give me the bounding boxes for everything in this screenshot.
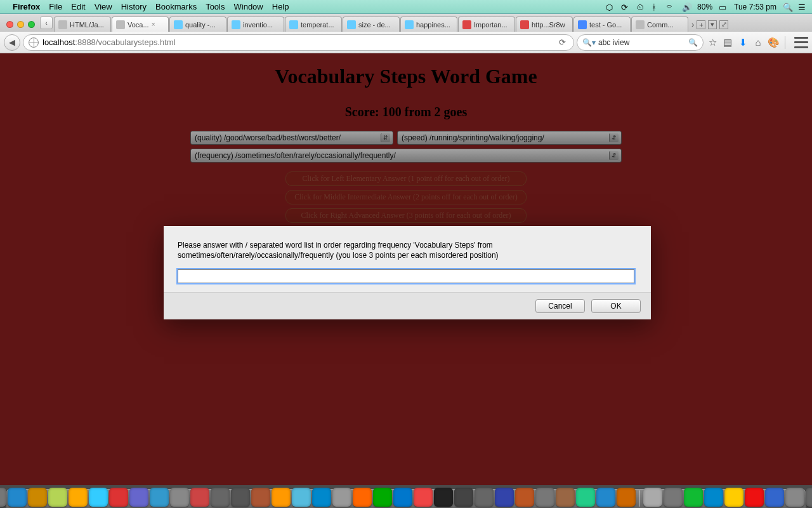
dock-app[interactable] [535, 488, 554, 507]
dock-app[interactable] [109, 488, 128, 507]
dock-app[interactable] [745, 488, 764, 507]
dock-app[interactable] [190, 488, 209, 507]
prompt-input[interactable] [178, 269, 634, 283]
menubar-app-name[interactable]: Firefox [13, 2, 40, 11]
dock-app[interactable] [8, 488, 27, 507]
browser-tab[interactable]: Comm... [631, 17, 688, 32]
menu-tools[interactable]: Tools [206, 2, 225, 11]
dock-app[interactable] [89, 488, 108, 507]
dock-app[interactable] [806, 488, 812, 507]
dock-app[interactable] [684, 488, 703, 507]
dock-app[interactable] [596, 488, 615, 507]
close-window-button[interactable] [6, 21, 13, 28]
tab-scroll-right-button[interactable]: › [691, 20, 694, 29]
dock-app[interactable] [48, 488, 67, 507]
dock-app[interactable] [0, 488, 6, 507]
dock-app[interactable] [170, 488, 189, 507]
spotlight-icon[interactable]: 🔍 [783, 3, 792, 11]
menubar-clock[interactable]: Tue 7:53 pm [734, 3, 776, 11]
dock-app[interactable] [150, 488, 169, 507]
dock-app[interactable] [251, 488, 270, 507]
bookmark-star-icon[interactable]: ☆ [706, 36, 719, 49]
menu-help[interactable]: Help [272, 2, 289, 11]
sync-icon[interactable]: ⟳ [621, 3, 630, 11]
new-tab-button[interactable]: + [697, 20, 705, 29]
browser-tab[interactable]: happines... [400, 17, 457, 32]
search-go-icon[interactable]: 🔍 [688, 38, 698, 47]
menu-window[interactable]: Window [234, 2, 263, 11]
dock-app[interactable] [434, 488, 453, 507]
home-icon[interactable]: ⌂ [752, 36, 764, 49]
dock-app[interactable] [724, 488, 743, 507]
reload-button[interactable]: ⟳ [556, 37, 568, 47]
browser-tab[interactable]: temperat... [285, 17, 342, 32]
dock-app[interactable] [495, 488, 514, 507]
timemachine-icon[interactable]: ⏲ [636, 3, 645, 11]
downloads-icon[interactable]: ⬇ [737, 36, 749, 49]
search-engine-icon[interactable]: 🔍▾ [582, 38, 596, 47]
dock-app[interactable] [373, 488, 392, 507]
reader-icon[interactable]: ▤ [721, 36, 734, 49]
dock-app[interactable] [414, 488, 433, 507]
browser-tab[interactable]: size - de... [343, 17, 400, 32]
minimize-window-button[interactable] [17, 21, 24, 28]
dock-app[interactable] [28, 488, 47, 507]
dock-app[interactable] [129, 488, 148, 507]
volume-icon[interactable]: 🔊 [682, 3, 691, 11]
notification-center-icon[interactable]: ☰ [798, 3, 807, 11]
dock-app[interactable] [576, 488, 595, 507]
dock-app[interactable] [765, 488, 784, 507]
dock-app[interactable] [312, 488, 331, 507]
browser-tab[interactable]: Importan... [458, 17, 515, 32]
dock-app[interactable] [69, 488, 88, 507]
dock-app[interactable] [393, 488, 412, 507]
addon-icon[interactable]: 🎨 [767, 36, 780, 49]
ok-button[interactable]: OK [591, 299, 641, 313]
browser-tab[interactable]: test - Go... [573, 17, 631, 32]
browser-tab[interactable]: quality -... [169, 17, 226, 32]
search-bar[interactable]: 🔍▾ abc iview 🔍 [577, 34, 704, 51]
browser-tab[interactable]: HTML/Ja... [54, 17, 111, 32]
battery-icon[interactable]: ▭ [719, 3, 728, 11]
menu-bookmarks[interactable]: Bookmarks [155, 2, 197, 11]
menu-view[interactable]: View [95, 2, 112, 11]
list-tabs-button[interactable]: ▾ [708, 20, 717, 29]
tab-favicon [578, 20, 587, 29]
menu-edit[interactable]: Edit [71, 2, 85, 11]
dock-app[interactable] [664, 488, 683, 507]
menu-file[interactable]: File [49, 2, 62, 11]
dock-app[interactable] [643, 488, 662, 507]
dropbox-icon[interactable]: ⬡ [606, 3, 615, 11]
dock-app[interactable] [231, 488, 250, 507]
dock-app[interactable] [475, 488, 494, 507]
cancel-button[interactable]: Cancel [535, 299, 585, 313]
tab-scroll-left-button[interactable]: ‹ [40, 17, 53, 29]
url-bar[interactable]: localhost:8888/vocabularysteps.html ⟳ [23, 34, 574, 51]
browser-tab[interactable]: http...Sr8w [516, 17, 573, 32]
site-identity-icon[interactable] [29, 37, 39, 48]
back-button[interactable]: ◀ [4, 34, 20, 51]
prompt-dialog: Please answer with / separated word list… [164, 226, 651, 319]
browser-tab[interactable]: inventio... [227, 17, 284, 32]
dock-app[interactable] [556, 488, 575, 507]
battery-percent[interactable]: 80% [697, 3, 712, 11]
dock-app[interactable] [353, 488, 372, 507]
browser-tab[interactable]: Voca...× [112, 17, 169, 32]
dock-app[interactable] [211, 488, 230, 507]
dock-app[interactable] [515, 488, 534, 507]
navigation-toolbar: ◀ localhost:8888/vocabularysteps.html ⟳ … [0, 32, 812, 53]
dock-app[interactable] [704, 488, 723, 507]
fullscreen-button[interactable]: ⤢ [719, 20, 728, 29]
wifi-icon[interactable]: ⌔ [667, 3, 676, 11]
dock-app[interactable] [332, 488, 351, 507]
menu-history[interactable]: History [121, 2, 147, 11]
menu-button[interactable] [794, 37, 808, 48]
bluetooth-icon[interactable]: ᚼ [652, 3, 660, 11]
dock-app[interactable] [454, 488, 473, 507]
dock-app[interactable] [785, 488, 804, 507]
dock-app[interactable] [292, 488, 311, 507]
dock-app[interactable] [617, 488, 636, 507]
zoom-window-button[interactable] [28, 21, 35, 28]
dock-app[interactable] [272, 488, 291, 507]
tab-close-icon[interactable]: × [152, 21, 155, 28]
